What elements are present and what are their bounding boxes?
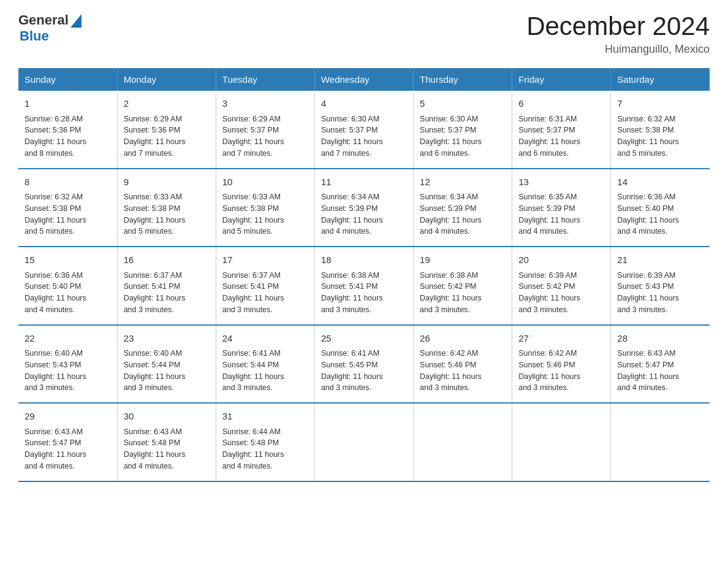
calendar-table: SundayMondayTuesdayWednesdayThursdayFrid… (18, 68, 710, 482)
page-header: General Blue December 2024 Huimanguillo,… (18, 12, 710, 56)
calendar-cell: 9Sunrise: 6:33 AM Sunset: 5:38 PM Daylig… (117, 169, 216, 247)
day-info: Sunrise: 6:36 AM Sunset: 5:40 PM Dayligh… (25, 270, 111, 316)
day-info: Sunrise: 6:33 AM Sunset: 5:38 PM Dayligh… (124, 191, 210, 237)
calendar-cell: 12Sunrise: 6:34 AM Sunset: 5:39 PM Dayli… (414, 169, 512, 247)
day-info: Sunrise: 6:43 AM Sunset: 5:48 PM Dayligh… (124, 426, 210, 472)
calendar-header-row: SundayMondayTuesdayWednesdayThursdayFrid… (18, 68, 710, 91)
day-info: Sunrise: 6:29 AM Sunset: 5:36 PM Dayligh… (124, 113, 210, 159)
day-number: 28 (617, 332, 703, 346)
day-info: Sunrise: 6:42 AM Sunset: 5:46 PM Dayligh… (518, 348, 604, 394)
day-number: 11 (321, 175, 407, 190)
day-number: 9 (124, 175, 210, 190)
day-info: Sunrise: 6:44 AM Sunset: 5:48 PM Dayligh… (222, 426, 308, 472)
day-number: 26 (420, 332, 506, 346)
calendar-cell: 2Sunrise: 6:29 AM Sunset: 5:36 PM Daylig… (117, 91, 216, 169)
calendar-cell: 10Sunrise: 6:33 AM Sunset: 5:38 PM Dayli… (216, 169, 314, 247)
calendar-week-row: 22Sunrise: 6:40 AM Sunset: 5:43 PM Dayli… (18, 325, 710, 404)
day-number: 5 (420, 97, 506, 111)
calendar-cell: 13Sunrise: 6:35 AM Sunset: 5:39 PM Dayli… (512, 169, 611, 247)
logo-general-text: General (18, 12, 69, 28)
day-number: 23 (124, 332, 210, 346)
calendar-cell: 25Sunrise: 6:41 AM Sunset: 5:45 PM Dayli… (314, 325, 413, 404)
day-info: Sunrise: 6:31 AM Sunset: 5:37 PM Dayligh… (518, 113, 604, 159)
day-info: Sunrise: 6:39 AM Sunset: 5:43 PM Dayligh… (617, 270, 703, 316)
day-info: Sunrise: 6:37 AM Sunset: 5:41 PM Dayligh… (124, 270, 210, 316)
day-info: Sunrise: 6:38 AM Sunset: 5:42 PM Dayligh… (420, 270, 506, 316)
calendar-week-row: 29Sunrise: 6:43 AM Sunset: 5:47 PM Dayli… (18, 403, 710, 481)
calendar-cell: 30Sunrise: 6:43 AM Sunset: 5:48 PM Dayli… (117, 403, 216, 481)
calendar-cell: 18Sunrise: 6:38 AM Sunset: 5:41 PM Dayli… (314, 247, 413, 325)
calendar-cell: 31Sunrise: 6:44 AM Sunset: 5:48 PM Dayli… (216, 403, 314, 481)
day-number: 12 (420, 175, 506, 190)
calendar-cell: 3Sunrise: 6:29 AM Sunset: 5:37 PM Daylig… (216, 91, 314, 169)
calendar-cell: 27Sunrise: 6:42 AM Sunset: 5:46 PM Dayli… (512, 325, 611, 404)
day-info: Sunrise: 6:35 AM Sunset: 5:39 PM Dayligh… (518, 191, 604, 237)
day-number: 19 (420, 253, 506, 267)
day-number: 13 (518, 175, 604, 190)
day-number: 2 (124, 97, 210, 111)
day-number: 15 (25, 253, 111, 267)
day-number: 6 (518, 97, 604, 111)
calendar-cell: 23Sunrise: 6:40 AM Sunset: 5:44 PM Dayli… (117, 325, 216, 404)
svg-marker-0 (70, 14, 82, 28)
day-number: 10 (222, 175, 308, 190)
calendar-day-header: Wednesday (314, 68, 413, 91)
day-number: 29 (25, 410, 111, 424)
calendar-cell: 17Sunrise: 6:37 AM Sunset: 5:41 PM Dayli… (216, 247, 314, 325)
day-info: Sunrise: 6:41 AM Sunset: 5:44 PM Dayligh… (222, 348, 308, 394)
calendar-cell: 5Sunrise: 6:30 AM Sunset: 5:37 PM Daylig… (414, 91, 512, 169)
calendar-cell: 20Sunrise: 6:39 AM Sunset: 5:42 PM Dayli… (512, 247, 611, 325)
calendar-cell (512, 403, 611, 481)
day-info: Sunrise: 6:30 AM Sunset: 5:37 PM Dayligh… (420, 113, 506, 159)
calendar-cell: 11Sunrise: 6:34 AM Sunset: 5:39 PM Dayli… (314, 169, 413, 247)
calendar-day-header: Sunday (18, 68, 117, 91)
calendar-cell: 6Sunrise: 6:31 AM Sunset: 5:37 PM Daylig… (512, 91, 611, 169)
day-info: Sunrise: 6:43 AM Sunset: 5:47 PM Dayligh… (25, 426, 111, 472)
calendar-cell: 15Sunrise: 6:36 AM Sunset: 5:40 PM Dayli… (18, 247, 117, 325)
page-subtitle: Huimanguillo, Mexico (526, 43, 710, 56)
calendar-cell (414, 403, 512, 481)
day-info: Sunrise: 6:38 AM Sunset: 5:41 PM Dayligh… (321, 270, 407, 316)
calendar-day-header: Friday (512, 68, 611, 91)
calendar-day-header: Thursday (414, 68, 512, 91)
day-number: 22 (25, 332, 111, 346)
calendar-day-header: Tuesday (216, 68, 314, 91)
logo-blue-text: Blue (20, 28, 82, 44)
calendar-cell: 16Sunrise: 6:37 AM Sunset: 5:41 PM Dayli… (117, 247, 216, 325)
day-number: 31 (222, 410, 308, 424)
calendar-cell: 24Sunrise: 6:41 AM Sunset: 5:44 PM Dayli… (216, 325, 314, 404)
calendar-cell: 1Sunrise: 6:28 AM Sunset: 5:36 PM Daylig… (18, 91, 117, 169)
day-number: 17 (222, 253, 308, 267)
logo-triangle-icon (70, 14, 82, 28)
day-number: 24 (222, 332, 308, 346)
day-info: Sunrise: 6:41 AM Sunset: 5:45 PM Dayligh… (321, 348, 407, 394)
calendar-cell (314, 403, 413, 481)
calendar-cell: 28Sunrise: 6:43 AM Sunset: 5:47 PM Dayli… (611, 325, 710, 404)
day-number: 30 (124, 410, 210, 424)
calendar-week-row: 15Sunrise: 6:36 AM Sunset: 5:40 PM Dayli… (18, 247, 710, 325)
day-info: Sunrise: 6:36 AM Sunset: 5:40 PM Dayligh… (617, 191, 703, 237)
calendar-cell: 22Sunrise: 6:40 AM Sunset: 5:43 PM Dayli… (18, 325, 117, 404)
calendar-cell: 4Sunrise: 6:30 AM Sunset: 5:37 PM Daylig… (314, 91, 413, 169)
calendar-day-header: Monday (117, 68, 216, 91)
calendar-cell: 19Sunrise: 6:38 AM Sunset: 5:42 PM Dayli… (414, 247, 512, 325)
logo: General Blue (18, 12, 82, 44)
calendar-day-header: Saturday (611, 68, 710, 91)
day-number: 16 (124, 253, 210, 267)
calendar-cell: 8Sunrise: 6:32 AM Sunset: 5:38 PM Daylig… (18, 169, 117, 247)
day-number: 8 (25, 175, 111, 190)
calendar-cell: 26Sunrise: 6:42 AM Sunset: 5:46 PM Dayli… (414, 325, 512, 404)
day-info: Sunrise: 6:42 AM Sunset: 5:46 PM Dayligh… (420, 348, 506, 394)
day-info: Sunrise: 6:39 AM Sunset: 5:42 PM Dayligh… (518, 270, 604, 316)
day-info: Sunrise: 6:40 AM Sunset: 5:43 PM Dayligh… (25, 348, 111, 394)
day-number: 27 (518, 332, 604, 346)
day-info: Sunrise: 6:34 AM Sunset: 5:39 PM Dayligh… (420, 191, 506, 237)
day-info: Sunrise: 6:40 AM Sunset: 5:44 PM Dayligh… (124, 348, 210, 394)
calendar-cell (611, 403, 710, 481)
day-info: Sunrise: 6:32 AM Sunset: 5:38 PM Dayligh… (617, 113, 703, 159)
day-number: 21 (617, 253, 703, 267)
day-number: 3 (222, 97, 308, 111)
calendar-cell: 29Sunrise: 6:43 AM Sunset: 5:47 PM Dayli… (18, 403, 117, 481)
day-number: 18 (321, 253, 407, 267)
calendar-cell: 14Sunrise: 6:36 AM Sunset: 5:40 PM Dayli… (611, 169, 710, 247)
